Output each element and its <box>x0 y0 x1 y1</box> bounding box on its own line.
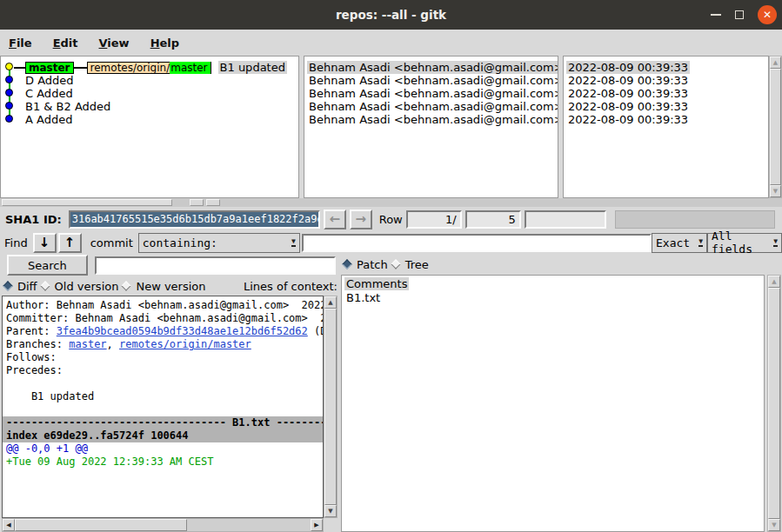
commit-node-icon <box>5 76 13 83</box>
author-row[interactable]: Behnam Asadi <behnam.asadi@gmail.com> <box>304 74 558 87</box>
date-pane[interactable]: 2022-08-09 00:39:332022-08-09 00:39:3320… <box>563 56 769 198</box>
commit-link[interactable]: master <box>69 338 106 350</box>
scroll-left-icon[interactable]: ◀ <box>3 519 15 531</box>
window-title: repos: --all - gitk <box>336 8 446 22</box>
find-type-value: containing: <box>143 236 217 249</box>
file-list-item[interactable]: B1.txt <box>342 291 764 305</box>
diff-horizontal-scrollbar[interactable]: ◀ ▶ <box>2 518 324 532</box>
diff-line: Parent: 3fea4b9bcead0594b9df33d48ae1e12b… <box>6 325 323 338</box>
scrollbar-thumb[interactable] <box>768 288 780 519</box>
commit-subject: B1 & B2 Added <box>23 100 112 113</box>
search-button[interactable]: Search <box>7 255 88 276</box>
commit-node-icon <box>5 89 13 96</box>
maximize-icon[interactable] <box>735 10 744 19</box>
arrow-up-icon: ↑ <box>64 235 76 250</box>
menu-item-edit[interactable]: Edit <box>53 37 78 50</box>
author-row[interactable]: Behnam Asadi <behnam.asadi@gmail.com> <box>304 113 558 126</box>
menu-item-help[interactable]: Help <box>150 37 179 50</box>
commit-row[interactable]: D Added <box>1 74 298 87</box>
radio-label: Tree <box>405 258 429 271</box>
author-row[interactable]: Behnam Asadi <behnam.asadi@gmail.com> <box>304 87 558 100</box>
commit-row[interactable]: masterremotes/origin/masterB1 updated <box>1 61 298 74</box>
diff-vertical-scrollbar[interactable]: ▲ ▼ <box>324 296 338 518</box>
find-prev-button[interactable]: ↑ <box>58 233 82 253</box>
sha1-input[interactable]: 316ab41765515e35d6b15db7a9a1eef1822f2a9e <box>69 210 320 229</box>
fields-dropdown[interactable]: All fields ▼ <box>707 233 782 253</box>
row-label: Row <box>379 213 403 226</box>
sha1-bar: SHA1 ID: 316ab41765515e35d6b15db7a9a1eef… <box>0 207 782 231</box>
radio-label: Patch <box>357 258 388 271</box>
remote-ref-label[interactable]: remotes/origin/master <box>87 62 211 74</box>
back-button[interactable]: ← <box>324 209 346 229</box>
match-type-dropdown[interactable]: Exact ▼ <box>652 233 707 253</box>
radio-diamond-icon <box>3 281 12 290</box>
author-pane[interactable]: Behnam Asadi <behnam.asadi@gmail.com>Beh… <box>304 56 558 198</box>
titlebar: repos: --all - gitk ✕ <box>0 0 782 30</box>
date-text: 2022-08-09 00:39:33 <box>566 100 690 113</box>
forward-button[interactable]: → <box>350 209 372 229</box>
diff-line: Precedes: <box>6 364 323 377</box>
scrollbar-thumb[interactable] <box>2 199 172 206</box>
scroll-down-icon[interactable]: ▼ <box>324 505 337 517</box>
commit-row[interactable]: B1 & B2 Added <box>1 100 298 113</box>
menu-item-file[interactable]: File <box>9 37 32 50</box>
commit-link[interactable]: remotes/origin/master <box>119 338 251 350</box>
close-icon[interactable]: ✕ <box>758 5 777 24</box>
scrollbar-thumb[interactable] <box>15 519 187 531</box>
menu-item-view[interactable]: View <box>99 37 130 50</box>
graph-pane[interactable]: masterremotes/origin/masterB1 updatedD A… <box>0 56 299 198</box>
diff-line: ----------------------------------- B1.t… <box>3 416 323 429</box>
radio-view-patch[interactable]: Patch <box>344 258 388 271</box>
scroll-up-icon[interactable]: ▲ <box>324 296 337 309</box>
file-list-item[interactable]: Comments <box>342 277 764 291</box>
commit-link[interactable]: 3fea4b9bcead0594b9df33d48ae1e12bd6f52d62 <box>57 325 308 337</box>
scroll-down-icon[interactable]: ▼ <box>770 185 781 197</box>
author-text: Behnam Asadi <behnam.asadi@gmail.com> <box>307 100 558 113</box>
author-row[interactable]: Behnam Asadi <behnam.asadi@gmail.com> <box>304 61 558 74</box>
radio-diffmode-old-version[interactable]: Old version <box>42 280 119 293</box>
scrollbar-thumb[interactable] <box>324 309 337 505</box>
find-query-input[interactable] <box>302 234 652 252</box>
top-panes: masterremotes/origin/masterB1 updatedD A… <box>0 56 782 198</box>
radio-view-tree[interactable]: Tree <box>392 258 429 271</box>
arrow-right-icon: → <box>355 211 366 227</box>
commit-row[interactable]: C Added <box>1 87 298 100</box>
branch-ref-label[interactable]: master <box>25 62 74 74</box>
scrollbar-thumb[interactable] <box>770 69 781 185</box>
commit-list-scrollbar[interactable]: ▲ ▼ <box>769 56 782 198</box>
author-row[interactable]: Behnam Asadi <behnam.asadi@gmail.com> <box>304 100 558 113</box>
file-list-scrollbar[interactable]: ▲ ▼ <box>767 275 781 532</box>
date-row[interactable]: 2022-08-09 00:39:33 <box>564 74 768 87</box>
scroll-down-icon[interactable]: ▼ <box>768 519 780 531</box>
date-row[interactable]: 2022-08-09 00:39:33 <box>564 87 768 100</box>
commit-node-icon <box>5 115 13 123</box>
date-row[interactable]: 2022-08-09 00:39:33 <box>564 113 768 126</box>
radio-label: Old version <box>55 280 119 293</box>
scroll-up-icon[interactable]: ▲ <box>770 57 781 69</box>
date-row[interactable]: 2022-08-09 00:39:33 <box>564 61 768 74</box>
file-list[interactable]: CommentsB1.txt <box>341 275 765 532</box>
commit-subject: C Added <box>23 87 75 100</box>
radio-diamond-icon <box>391 259 400 269</box>
radio-label: New version <box>136 280 205 293</box>
diff-text-area[interactable]: Author: Behnam Asadi <behnam.asadi@gmail… <box>2 296 324 518</box>
diff-line: Committer: Behnam Asadi <behnam.asadi@gm… <box>6 312 323 325</box>
commit-node-icon <box>5 102 13 110</box>
scroll-right-icon[interactable]: ▶ <box>311 519 323 531</box>
minimize-icon[interactable] <box>711 14 721 16</box>
sash-handle[interactable] <box>190 199 204 206</box>
scroll-up-icon[interactable]: ▲ <box>768 276 780 288</box>
search-input[interactable] <box>95 256 336 275</box>
commit-row[interactable]: A Added <box>1 113 298 126</box>
radio-diffmode-new-version[interactable]: New version <box>123 280 205 293</box>
find-type-dropdown[interactable]: containing: ▼ <box>138 233 300 253</box>
chevron-down-icon: ▼ <box>698 238 703 247</box>
date-row[interactable]: 2022-08-09 00:39:33 <box>564 100 768 113</box>
scrollbar-trough[interactable] <box>187 519 311 531</box>
sash-handle[interactable] <box>206 199 220 206</box>
graph-horizontal-scrollbar[interactable] <box>0 198 782 207</box>
commit-subject: D Added <box>23 74 76 87</box>
radio-diffmode-diff[interactable]: Diff <box>4 280 37 293</box>
find-next-button[interactable]: ↓ <box>33 233 57 253</box>
diff-pane: Author: Behnam Asadi <behnam.asadi@gmail… <box>2 296 338 532</box>
